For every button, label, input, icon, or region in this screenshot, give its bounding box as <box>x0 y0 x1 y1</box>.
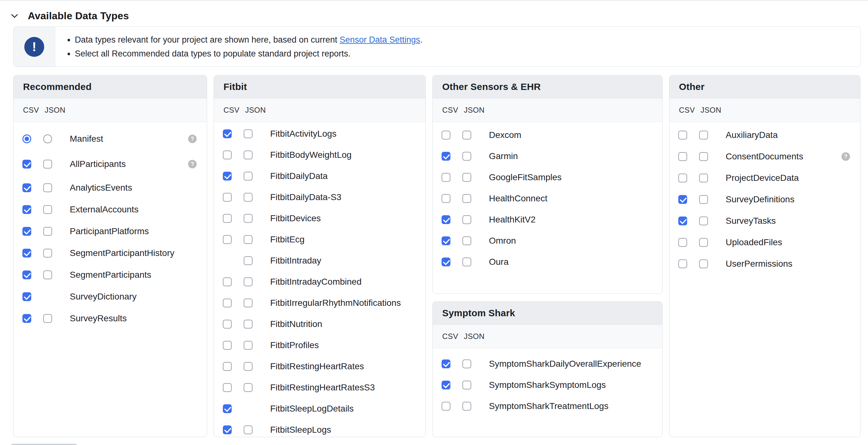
csv-checkbox[interactable] <box>678 259 687 268</box>
exclamation-icon: ! <box>24 37 44 57</box>
json-checkbox[interactable] <box>43 314 52 323</box>
json-checkbox[interactable] <box>244 151 252 159</box>
csv-checkbox[interactable] <box>223 235 232 244</box>
csv-checkbox[interactable] <box>678 238 687 247</box>
data-type-panel: Other Sensors & EHR CSV JSON DexcomGarmi… <box>432 75 662 294</box>
table-row: Garmin <box>433 146 662 167</box>
sensor-data-settings-link[interactable]: Sensor Data Settings <box>340 35 420 44</box>
json-checkbox[interactable] <box>43 227 52 236</box>
json-checkbox[interactable] <box>699 173 708 183</box>
csv-checkbox[interactable] <box>223 425 232 434</box>
json-checkbox[interactable] <box>244 298 252 308</box>
json-checkbox[interactable] <box>244 362 252 371</box>
row-label: ProjectDeviceData <box>726 173 799 183</box>
csv-checkbox[interactable] <box>678 131 687 139</box>
json-checkbox[interactable] <box>244 214 252 223</box>
csv-checkbox[interactable] <box>23 205 31 214</box>
json-checkbox[interactable] <box>462 215 471 224</box>
csv-checkbox[interactable] <box>223 383 232 392</box>
csv-checkbox[interactable] <box>441 257 451 266</box>
csv-checkbox[interactable] <box>223 193 232 202</box>
row-label: Dexcom <box>489 130 521 140</box>
json-checkbox[interactable] <box>244 172 252 181</box>
json-checkbox[interactable] <box>699 217 708 225</box>
json-checkbox[interactable] <box>699 131 708 139</box>
json-checkbox[interactable] <box>244 383 252 392</box>
json-checkbox[interactable] <box>244 193 252 202</box>
csv-checkbox[interactable] <box>678 152 687 161</box>
csv-checkbox[interactable] <box>441 194 451 203</box>
json-checkbox[interactable] <box>462 152 471 161</box>
csv-checkbox[interactable] <box>223 362 232 371</box>
chevron-down-icon[interactable] <box>9 11 20 21</box>
json-checkbox[interactable] <box>462 257 471 266</box>
csv-checkbox[interactable] <box>23 227 31 236</box>
json-checkbox[interactable] <box>462 402 471 411</box>
csv-checkbox[interactable] <box>23 271 31 279</box>
json-checkbox[interactable] <box>462 194 471 203</box>
csv-checkbox[interactable] <box>223 320 232 328</box>
csv-checkbox[interactable] <box>223 278 232 286</box>
question-mark-icon[interactable]: ? <box>188 135 197 143</box>
json-checkbox[interactable] <box>244 278 252 286</box>
csv-checkbox[interactable] <box>441 381 451 389</box>
json-checkbox[interactable] <box>462 131 471 139</box>
csv-checkbox[interactable] <box>678 173 687 183</box>
json-checkbox[interactable] <box>43 160 52 168</box>
json-checkbox[interactable] <box>244 235 252 244</box>
json-checkbox[interactable] <box>462 236 471 245</box>
json-checkbox[interactable] <box>462 173 471 182</box>
csv-checkbox[interactable] <box>23 183 31 192</box>
json-checkbox[interactable] <box>244 425 252 434</box>
csv-checkbox[interactable] <box>23 292 31 301</box>
json-checkbox[interactable] <box>43 205 52 214</box>
csv-checkbox[interactable] <box>223 341 232 350</box>
csv-checkbox[interactable] <box>223 129 232 138</box>
json-checkbox[interactable] <box>699 195 708 204</box>
csv-checkbox[interactable] <box>441 359 451 368</box>
json-radio[interactable] <box>43 134 52 143</box>
csv-checkbox[interactable] <box>23 249 31 257</box>
csv-checkbox[interactable] <box>441 236 451 245</box>
table-row: SegmentParticipants <box>13 264 207 286</box>
csv-checkbox[interactable] <box>223 404 232 413</box>
question-mark-icon[interactable]: ? <box>841 153 850 161</box>
csv-checkbox[interactable] <box>223 172 232 181</box>
csv-radio[interactable] <box>23 134 31 143</box>
csv-checkbox[interactable] <box>223 214 232 223</box>
json-checkbox[interactable] <box>244 129 252 138</box>
row-label: FitbitActivityLogs <box>270 129 337 139</box>
format-header-json: JSON <box>45 106 66 115</box>
json-checkbox[interactable] <box>699 238 708 247</box>
table-row: HealthConnect <box>433 188 662 209</box>
csv-checkbox[interactable] <box>441 173 451 182</box>
question-mark-icon[interactable]: ? <box>188 160 197 168</box>
section-header[interactable]: Available Data Types <box>0 0 868 24</box>
row-label: Oura <box>489 257 508 267</box>
csv-checkbox[interactable] <box>441 402 451 411</box>
json-checkbox[interactable] <box>699 152 708 161</box>
json-checkbox[interactable] <box>699 259 708 268</box>
csv-checkbox[interactable] <box>441 152 451 161</box>
row-label: UploadedFiles <box>726 237 782 248</box>
csv-checkbox[interactable] <box>441 215 451 224</box>
table-row: UserPermissions <box>670 253 860 275</box>
csv-checkbox[interactable] <box>678 217 687 225</box>
table-row: GoogleFitSamples <box>433 167 662 188</box>
json-checkbox[interactable] <box>244 341 252 350</box>
json-checkbox[interactable] <box>462 359 471 368</box>
json-checkbox[interactable] <box>244 256 252 265</box>
csv-checkbox[interactable] <box>223 298 232 308</box>
json-checkbox[interactable] <box>244 320 252 328</box>
json-checkbox[interactable] <box>43 183 52 192</box>
json-checkbox[interactable] <box>43 271 52 279</box>
csv-checkbox[interactable] <box>223 151 232 159</box>
csv-checkbox[interactable] <box>678 195 687 204</box>
csv-checkbox[interactable] <box>23 314 31 323</box>
row-label: AllParticipants <box>70 159 126 169</box>
row-label: AnalyticsEvents <box>70 183 132 193</box>
json-checkbox[interactable] <box>462 381 471 389</box>
json-checkbox[interactable] <box>43 249 52 257</box>
csv-checkbox[interactable] <box>23 160 31 168</box>
csv-checkbox[interactable] <box>441 131 451 139</box>
